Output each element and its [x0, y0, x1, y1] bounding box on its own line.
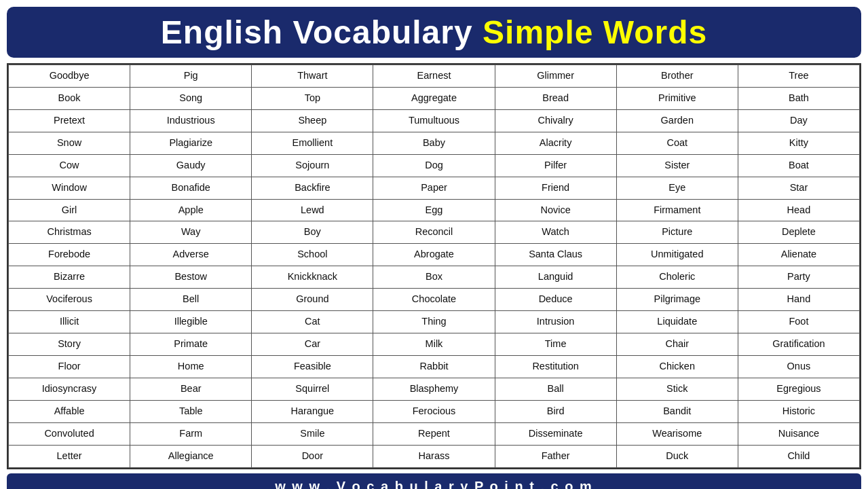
- table-cell: Pilfer: [495, 154, 616, 177]
- header-title-white: English Vocabulary: [161, 14, 473, 50]
- table-cell: Bath: [738, 87, 859, 109]
- table-cell: Pretext: [9, 109, 130, 132]
- table-cell: Emollient: [252, 132, 373, 154]
- table-cell: Adverse: [130, 244, 252, 266]
- table-cell: Thing: [373, 311, 495, 333]
- table-cell: Tumultuous: [373, 109, 495, 132]
- table-cell: Floor: [9, 355, 130, 378]
- table-cell: Window: [9, 177, 130, 199]
- vocabulary-table-container: GoodbyePigThwartEarnestGlimmerBrotherTre…: [7, 63, 861, 469]
- table-cell: Snow: [9, 132, 130, 154]
- table-cell: Baby: [373, 132, 495, 154]
- table-cell: Ferocious: [373, 400, 495, 422]
- table-cell: Feasible: [252, 355, 373, 378]
- table-cell: Day: [738, 109, 859, 132]
- table-cell: Historic: [738, 400, 859, 422]
- table-cell: Friend: [495, 177, 616, 199]
- table-cell: Girl: [9, 199, 130, 221]
- table-cell: Glimmer: [495, 65, 616, 88]
- table-cell: Coat: [616, 132, 738, 154]
- table-cell: Milk: [373, 333, 495, 356]
- table-cell: Primitive: [616, 87, 738, 109]
- table-cell: Bandit: [616, 400, 738, 422]
- table-cell: Primate: [130, 333, 252, 356]
- header-title-yellow: Simple Words: [483, 14, 707, 50]
- table-cell: Intrusion: [495, 311, 616, 333]
- table-cell: Illicit: [9, 311, 130, 333]
- table-cell: Languid: [495, 266, 616, 289]
- table-cell: Book: [9, 87, 130, 109]
- table-cell: Boy: [252, 221, 373, 244]
- table-cell: Chair: [616, 333, 738, 356]
- table-cell: Home: [130, 355, 252, 378]
- table-cell: Harass: [373, 445, 495, 467]
- table-cell: Christmas: [9, 221, 130, 244]
- table-cell: Tree: [738, 65, 859, 88]
- table-cell: Egg: [373, 199, 495, 221]
- table-cell: Firmament: [616, 199, 738, 221]
- table-cell: Sister: [616, 154, 738, 177]
- table-cell: Car: [252, 333, 373, 356]
- table-cell: Picture: [616, 221, 738, 244]
- table-cell: Gratification: [738, 333, 859, 356]
- table-cell: Alienate: [738, 244, 859, 266]
- table-cell: Onus: [738, 355, 859, 378]
- page-footer: w w w . V o c a b u l a r y P o i n t . …: [7, 473, 861, 489]
- table-cell: Bread: [495, 87, 616, 109]
- footer-url: w w w . V o c a b u l a r y P o i n t . …: [275, 479, 593, 489]
- table-cell: Rabbit: [373, 355, 495, 378]
- table-cell: Affable: [9, 400, 130, 422]
- table-cell: Industrious: [130, 109, 252, 132]
- table-cell: Door: [252, 445, 373, 467]
- page-header: English Vocabulary Simple Words: [7, 7, 861, 58]
- table-cell: Idiosyncrasy: [9, 378, 130, 400]
- table-cell: Bell: [130, 289, 252, 311]
- table-cell: Unmitigated: [616, 244, 738, 266]
- table-cell: Ball: [495, 378, 616, 400]
- table-cell: Reconcil: [373, 221, 495, 244]
- table-cell: Bonafide: [130, 177, 252, 199]
- table-cell: Cow: [9, 154, 130, 177]
- table-cell: Apple: [130, 199, 252, 221]
- table-cell: School: [252, 244, 373, 266]
- table-cell: Cat: [252, 311, 373, 333]
- table-cell: Backfire: [252, 177, 373, 199]
- table-cell: Santa Claus: [495, 244, 616, 266]
- table-cell: Kitty: [738, 132, 859, 154]
- table-cell: Table: [130, 400, 252, 422]
- table-cell: Party: [738, 266, 859, 289]
- table-cell: Bestow: [130, 266, 252, 289]
- table-cell: Duck: [616, 445, 738, 467]
- table-cell: Star: [738, 177, 859, 199]
- table-cell: Farm: [130, 422, 252, 445]
- table-cell: Time: [495, 333, 616, 356]
- table-cell: Blasphemy: [373, 378, 495, 400]
- header-title: English Vocabulary Simple Words: [161, 14, 707, 50]
- table-cell: Lewd: [252, 199, 373, 221]
- table-cell: Ground: [252, 289, 373, 311]
- table-cell: Bizarre: [9, 266, 130, 289]
- table-cell: Vociferous: [9, 289, 130, 311]
- table-cell: Deplete: [738, 221, 859, 244]
- table-cell: Aggregate: [373, 87, 495, 109]
- table-cell: Letter: [9, 445, 130, 467]
- table-cell: Chocolate: [373, 289, 495, 311]
- table-cell: Top: [252, 87, 373, 109]
- table-cell: Gaudy: [130, 154, 252, 177]
- table-cell: Deduce: [495, 289, 616, 311]
- table-cell: Thwart: [252, 65, 373, 88]
- table-cell: Nuisance: [738, 422, 859, 445]
- table-cell: Choleric: [616, 266, 738, 289]
- table-cell: Brother: [616, 65, 738, 88]
- table-cell: Restitution: [495, 355, 616, 378]
- table-cell: Chicken: [616, 355, 738, 378]
- table-cell: Boat: [738, 154, 859, 177]
- table-cell: Pig: [130, 65, 252, 88]
- table-cell: Paper: [373, 177, 495, 199]
- table-cell: Plagiarize: [130, 132, 252, 154]
- table-cell: Harangue: [252, 400, 373, 422]
- table-cell: Song: [130, 87, 252, 109]
- table-cell: Child: [738, 445, 859, 467]
- table-cell: Head: [738, 199, 859, 221]
- table-cell: Box: [373, 266, 495, 289]
